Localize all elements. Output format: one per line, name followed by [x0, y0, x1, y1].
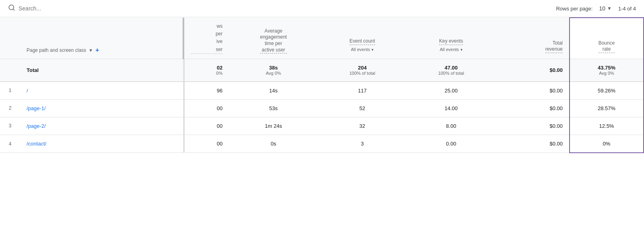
search-input[interactable] [19, 5, 139, 12]
row-revenue: $0.00 [495, 135, 570, 153]
row-number: 3 [0, 117, 20, 135]
total-row-num [0, 59, 20, 82]
row-event-count: 52 [318, 99, 407, 117]
total-row-revenue: $0.00 [495, 59, 570, 82]
table-row: 3 /page-2/ 00 1m 24s 32 8.00 $0.00 12.5% [0, 117, 644, 135]
table-row: 4 /contact/ 00 0s 3 0.00 $0.00 0% [0, 135, 644, 153]
rows-per-page-label: Rows per page: [556, 6, 592, 12]
row-number: 4 [0, 135, 20, 153]
row-truncated: 00 [185, 117, 229, 135]
row-revenue: $0.00 [495, 117, 570, 135]
event-count-dropdown-icon[interactable]: ▾ [372, 46, 374, 53]
row-truncated: 00 [185, 135, 229, 153]
row-key-events: 14.00 [407, 99, 495, 117]
total-row-key-events: 47.00 100% of total [407, 59, 495, 82]
total-row-bounce-rate: 43.75% Avg 0% [570, 59, 644, 82]
total-row-avg-engagement: 38s Avg 0% [229, 59, 318, 82]
data-table-wrapper: Page path and screen class ▼ + ws per iv… [0, 17, 644, 153]
table-header-row: Page path and screen class ▼ + ws per iv… [0, 18, 644, 59]
row-key-events: 8.00 [407, 117, 495, 135]
page-path-link[interactable]: / [27, 88, 28, 94]
row-page-path: / [20, 82, 183, 100]
row-key-events: 25.00 [407, 82, 495, 100]
page-path-dropdown-icon[interactable]: ▼ [89, 48, 93, 53]
analytics-table: Page path and screen class ▼ + ws per iv… [0, 17, 644, 153]
row-page-path: /page-2/ [20, 117, 183, 135]
row-bounce-rate: 12.5% [570, 117, 644, 135]
row-bounce-rate: 0% [570, 135, 644, 153]
table-row: 1 / 96 14s 117 25.00 $0.00 59.26% [0, 82, 644, 100]
row-number: 1 [0, 82, 20, 100]
row-avg-engagement: 14s [229, 82, 318, 100]
row-page-path: /contact/ [20, 135, 183, 153]
row-key-events: 0.00 [407, 135, 495, 153]
row-avg-engagement: 1m 24s [229, 117, 318, 135]
search-left [8, 4, 139, 13]
pagination-info: 1-4 of 4 [618, 6, 636, 12]
th-total-revenue: Total revenue [495, 18, 570, 59]
row-event-count: 117 [318, 82, 407, 100]
row-number: 2 [0, 99, 20, 117]
row-revenue: $0.00 [495, 82, 570, 100]
row-bounce-rate: 28.57% [570, 99, 644, 117]
rows-per-page-select[interactable]: 10 ▼ [599, 5, 611, 12]
row-avg-engagement: 0s [229, 135, 318, 153]
page-path-link[interactable]: /page-2/ [27, 123, 46, 129]
add-column-icon[interactable]: + [95, 47, 99, 54]
row-page-path: /page-1/ [20, 99, 183, 117]
page-path-link[interactable]: /contact/ [27, 141, 46, 147]
th-key-events: Key events All events ▾ [407, 18, 495, 59]
search-bar: Rows per page: 10 ▼ 1-4 of 4 [0, 0, 644, 17]
search-right: Rows per page: 10 ▼ 1-4 of 4 [556, 5, 636, 12]
table-row: 2 /page-1/ 00 53s 52 14.00 $0.00 28.57% [0, 99, 644, 117]
analytics-table-container: Rows per page: 10 ▼ 1-4 of 4 Page path a… [0, 0, 644, 153]
th-bounce-rate: Bounce rate [570, 18, 644, 59]
row-avg-engagement: 53s [229, 99, 318, 117]
row-truncated: 00 [185, 99, 229, 117]
search-icon [8, 4, 15, 13]
total-row: Total 02 0% 38s Avg 0% 204 100% of total [0, 59, 644, 82]
rows-select-chevron-icon: ▼ [607, 6, 612, 11]
th-event-count: Event count All events ▾ [318, 18, 407, 59]
row-event-count: 32 [318, 117, 407, 135]
th-truncated: ws per ive ser [185, 18, 229, 59]
total-row-truncated: 02 0% [185, 59, 229, 82]
row-revenue: $0.00 [495, 99, 570, 117]
th-page-path: Page path and screen class ▼ + [20, 18, 183, 59]
svg-line-1 [13, 9, 14, 10]
page-path-link[interactable]: /page-1/ [27, 105, 46, 111]
th-row-number [0, 18, 20, 59]
row-bounce-rate: 59.26% [570, 82, 644, 100]
key-events-dropdown-icon[interactable]: ▾ [460, 46, 462, 53]
th-avg-engagement: Average engagement time per active user [229, 18, 318, 59]
row-event-count: 3 [318, 135, 407, 153]
row-truncated: 96 [185, 82, 229, 100]
total-row-event-count: 204 100% of total [318, 59, 407, 82]
total-row-label: Total [20, 59, 183, 82]
